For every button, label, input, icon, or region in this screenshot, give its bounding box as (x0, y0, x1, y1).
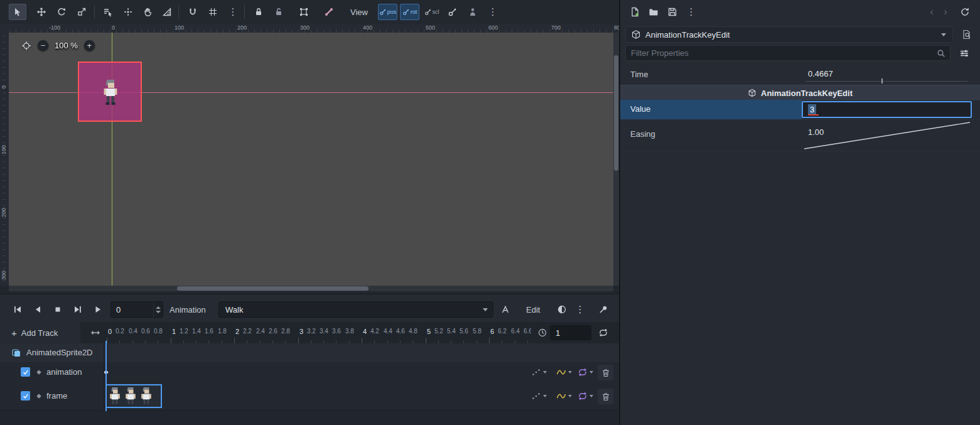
zoom-in-button[interactable]: + (84, 40, 95, 51)
unlock-object-button[interactable] (270, 4, 288, 20)
snap-options-menu-button[interactable]: ⋮ (224, 4, 242, 20)
history-forward-button[interactable]: › (939, 3, 952, 21)
play-backwards-button[interactable] (29, 301, 46, 318)
timeline-playhead[interactable] (105, 341, 107, 411)
current-time-spinbox[interactable]: 0 (110, 301, 163, 318)
view-menu-button[interactable]: View (344, 4, 374, 20)
edited-object-dropdown[interactable]: AnimationTrackKeyEdit (625, 26, 953, 43)
play-button[interactable] (89, 301, 107, 318)
time-slider-track[interactable] (805, 81, 967, 82)
smart-snap-button[interactable] (184, 4, 202, 20)
hscroll-thumb[interactable] (177, 286, 369, 291)
history-menu-button[interactable] (957, 4, 973, 19)
onion-skinning-button[interactable] (554, 301, 570, 318)
time-slider-grabber[interactable] (881, 78, 883, 83)
stop-button[interactable] (49, 301, 67, 318)
timeline-tick-label: 5.2 (434, 328, 443, 335)
vscroll-thumb[interactable] (614, 55, 618, 171)
inspector-tools-button[interactable] (956, 45, 973, 62)
minus-icon: − (41, 41, 46, 50)
edit-pivot-button[interactable] (119, 4, 137, 20)
interpolation-mode-dropdown[interactable] (556, 391, 572, 401)
character-sprite[interactable] (103, 80, 118, 105)
frame-track-enabled-checkbox[interactable] (21, 391, 30, 401)
play-backwards-from-end-button[interactable] (9, 301, 26, 318)
vertical-scrollbar[interactable] (613, 33, 619, 286)
resource-menu-button[interactable]: ⋮ (683, 4, 699, 19)
timeline-ruler[interactable]: 00.20.40.60.811.21.41.61.822.22.42.62.83… (107, 322, 531, 343)
ruler-top-label: 800 (614, 24, 619, 31)
chevron-right-icon: › (944, 6, 947, 18)
chevron-down-icon (568, 371, 572, 374)
auto-insert-key-rot-toggle[interactable]: rot (400, 4, 419, 20)
animation-key-menu-button[interactable]: ⋮ (484, 4, 502, 20)
pin-panel-button[interactable] (595, 301, 611, 318)
auto-insert-key-scl-toggle[interactable]: scl (422, 4, 441, 20)
insert-key-button[interactable] (444, 4, 461, 20)
delete-track-button[interactable] (598, 389, 613, 404)
auto-key-button[interactable] (464, 4, 482, 20)
pan-tool-button[interactable] (139, 4, 157, 20)
add-track-label: Add Track (21, 328, 58, 338)
timeline-hresize-icon[interactable] (90, 328, 100, 338)
move-tool-button[interactable] (33, 4, 50, 20)
ruler-left-label: 100 (1, 140, 9, 160)
animation-track-enabled-checkbox[interactable] (21, 367, 30, 377)
update-mode-dropdown[interactable] (531, 391, 547, 401)
autoplay-toggle-button[interactable] (497, 301, 514, 318)
auto-insert-key-pos-toggle[interactable]: pos (378, 4, 397, 20)
animation-length-spinbox[interactable]: 1 (550, 325, 591, 340)
edit-menu-button[interactable]: Edit (519, 301, 547, 318)
grid-snap-button[interactable] (204, 4, 222, 20)
timeline-tickmark (107, 338, 107, 343)
filter-properties-input[interactable] (626, 48, 936, 58)
easing-curve-editor[interactable] (802, 120, 972, 151)
loop-wrap-mode-dropdown[interactable] (578, 391, 593, 401)
add-track-button[interactable]: + Add Track (6, 325, 63, 341)
loop-animation-button[interactable] (595, 325, 611, 341)
zoom-level-label[interactable]: 100 % (55, 41, 78, 50)
time-property-label: Time (630, 70, 648, 79)
interpolation-mode-dropdown[interactable] (556, 367, 572, 377)
track-node-row[interactable]: AnimatedSprite2D (0, 343, 619, 363)
ruler-left[interactable]: -1000100200300 (0, 33, 9, 286)
plus-icon: + (87, 41, 92, 50)
time-property-value[interactable]: 0.4667 (808, 69, 833, 78)
time-stepper[interactable] (153, 302, 163, 317)
animation-panel-menu-button[interactable]: ⋮ (574, 301, 586, 318)
canvas-2d[interactable]: − 100 % + (9, 33, 613, 286)
animation-select-dropdown[interactable]: Walk (218, 301, 493, 318)
animation-track-row[interactable]: animation (0, 362, 619, 383)
timeline-header: 00.20.40.60.811.21.41.61.822.22.42.62.83… (80, 322, 619, 344)
list-select-button[interactable] (99, 4, 117, 20)
zoom-out-button[interactable]: − (38, 40, 48, 51)
rotate-tool-button[interactable] (53, 4, 70, 20)
history-back-button[interactable]: ‹ (925, 3, 938, 21)
horizontal-scrollbar[interactable] (9, 286, 613, 291)
open-docs-button[interactable] (958, 26, 975, 43)
save-resource-button[interactable] (664, 4, 681, 19)
animation-name-value: Walk (219, 305, 483, 315)
new-resource-button[interactable] (627, 4, 643, 19)
value-spinbox[interactable]: 3 (802, 101, 972, 118)
play-from-start-button[interactable] (69, 301, 87, 318)
animation-menu-label[interactable]: Animation (170, 301, 206, 318)
scale-tool-button[interactable] (73, 4, 90, 20)
group-selected-button[interactable] (295, 4, 313, 20)
lock-object-button[interactable] (250, 4, 267, 20)
loop-wrap-mode-dropdown[interactable] (578, 367, 593, 377)
center-view-icon[interactable] (21, 41, 31, 51)
chevron-left-icon: ‹ (930, 6, 934, 18)
skeleton-options-button[interactable] (320, 4, 338, 20)
ruler-top[interactable]: -1000100200300400500600700800 (9, 24, 619, 33)
frame-track-row[interactable]: frame (0, 382, 619, 411)
snap-clock-icon[interactable] (537, 328, 547, 338)
load-resource-button[interactable] (645, 4, 662, 19)
ruler-tool-button[interactable] (158, 4, 176, 20)
update-mode-dropdown[interactable] (531, 367, 547, 377)
delete-track-button[interactable] (598, 365, 613, 380)
select-tool-button[interactable] (9, 4, 26, 20)
move-icon (36, 7, 46, 17)
selected-keyframe-preview[interactable] (105, 384, 162, 408)
timeline-tick-label: 3.2 (307, 328, 316, 335)
